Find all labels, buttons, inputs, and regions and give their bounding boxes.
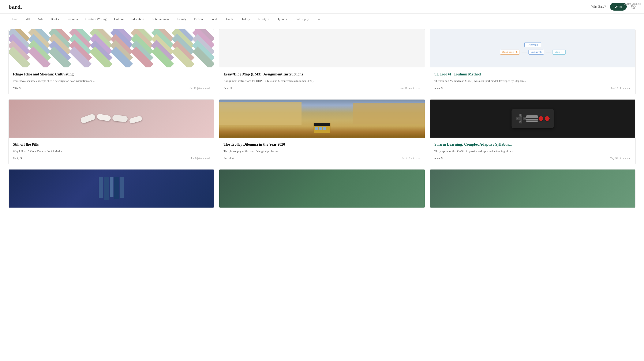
site-logo[interactable]: bard. [8,4,22,10]
article-date-trolley: Jun 2 | 5 min read [402,156,420,160]
article-image-7 [9,170,214,208]
article-author-pills: Philip O. [13,156,22,160]
nav-philosophy[interactable]: Philosophy [291,14,313,25]
article-image-sl-tool: Warrant (3) Data/Grounds (2) —— Qualifie… [430,30,635,68]
nav-health[interactable]: Health [221,14,237,25]
article-card-9[interactable] [430,169,636,208]
nav-education[interactable]: Education [128,14,148,25]
article-body-essay: Essay/Blog Map (EM3): Assignment Instruc… [219,68,424,94]
article-meta-essay: Jamie S. Jun 11 | 4 min read [224,87,420,90]
article-title-swarm: Swarm Learning: Complex Adaptive Syllabu… [434,142,631,147]
why-bard-link[interactable]: Why Bard? [592,5,606,8]
nav-opinion[interactable]: Opinion [273,14,291,25]
nav-arts[interactable]: Arts [34,14,47,25]
article-card-swarm[interactable]: D P S R [430,99,636,164]
article-excerpt-pills: Why I Haven't Gone Back to Social Media [13,149,210,153]
nav-creative-writing[interactable]: Creative Writing [82,14,110,25]
article-grid: Ichigo Ichie and Shoshin: Cultivating...… [8,29,636,208]
article-author-essay: Jamie S. [224,87,232,90]
article-title-pills: Still off the Pills [13,142,210,147]
article-body-trolley: The Trolley Dilemma in the Year 2020 The… [219,138,424,164]
article-image-9 [430,170,635,208]
article-image-8 [219,170,424,208]
article-meta-trolley: Rachel W. Jun 2 | 5 min read [224,156,420,160]
article-date-swarm: May 31 | 7 min read [610,156,631,160]
main-content: Ichigo Ichie and Shoshin: Cultivating...… [0,25,644,216]
nav-lifestyle[interactable]: Lifestyle [254,14,273,25]
article-image-essay [219,30,424,68]
article-meta-sl-tool: Jamie S. Jun 10 | 1 min read [434,87,631,90]
article-title-sl-tool: SL Tool #1: Toulmin Method [434,72,631,77]
nav-history[interactable]: History [237,14,254,25]
article-excerpt-sl-tool: The Toulmin Method (aka Model) was a six… [434,79,631,83]
article-meta-ichigo: Mike S. Jun 12 | 6 min read [13,87,210,90]
article-image-swarm: D P S R [430,100,635,138]
article-title-trolley: The Trolley Dilemma in the Year 2020 [224,142,420,147]
category-nav: Feed All Arts Books Business Creative Wr… [0,14,644,25]
article-author-swarm: Jamie S. [434,156,443,160]
article-date-sl-tool: Jun 10 | 1 min read [611,87,631,90]
article-card-7[interactable] [8,169,214,208]
nav-fiction[interactable]: Fiction [190,14,207,25]
nav-entertainment[interactable]: Entertainment [148,14,174,25]
article-title-ichigo: Ichigo Ichie and Shoshin: Cultivating... [13,72,210,77]
nav-po[interactable]: Po... [313,14,326,25]
article-excerpt-trolley: The philosophy of the world's biggest pr… [224,149,420,153]
nav-feed[interactable]: Feed [8,14,22,25]
article-date-pills: Jun 8 | 4 min read [191,156,210,160]
article-date-essay: Jun 11 | 4 min read [400,87,420,90]
article-image-pills [9,100,214,138]
article-card-ichigo[interactable]: Ichigo Ichie and Shoshin: Cultivating...… [8,29,214,94]
article-meta-pills: Philip O. Jun 8 | 4 min read [13,156,210,160]
article-card-pills[interactable]: Still off the Pills Why I Haven't Gone B… [8,99,214,164]
svg-point-0 [632,6,634,8]
nav-family[interactable]: Family [174,14,190,25]
article-meta-swarm: Jamie S. May 31 | 7 min read [434,156,631,160]
article-body-swarm: Swarm Learning: Complex Adaptive Syllabu… [430,138,635,164]
nav-books[interactable]: Books [47,14,62,25]
article-card-essay[interactable]: Essay/Blog Map (EM3): Assignment Instruc… [219,29,425,94]
article-image-ichigo [9,30,214,68]
article-excerpt-swarm: The purpose of this CAS is to provide a … [434,149,631,153]
article-excerpt-essay: Assignment instructions for HHP340 Tests… [224,79,420,83]
article-author-sl-tool: Jamie S. [434,87,443,90]
nav-food[interactable]: Food [207,14,221,25]
article-title-essay: Essay/Blog Map (EM3): Assignment Instruc… [224,72,420,77]
article-author-ichigo: Mike S. [13,87,21,90]
nav-all[interactable]: All [22,14,34,25]
article-card-sl-tool[interactable]: Warrant (3) Data/Grounds (2) —— Qualifie… [430,29,636,94]
article-body-sl-tool: SL Tool #1: Toulmin Method The Toulmin M… [430,68,635,94]
article-card-trolley[interactable]: The Trolley Dilemma in the Year 2020 The… [219,99,425,164]
article-card-8[interactable] [219,169,425,208]
nav-culture[interactable]: Culture [110,14,128,25]
site-header: bard. Why Bard? Write [0,0,644,14]
article-excerpt-ichigo: These two Japanese concepts shed a new l… [13,79,210,83]
article-date-ichigo: Jun 12 | 6 min read [190,87,210,90]
article-body-pills: Still off the Pills Why I Haven't Gone B… [9,138,214,164]
article-image-trolley [219,100,424,138]
article-body-ichigo: Ichigo Ichie and Shoshin: Cultivating...… [9,68,214,94]
nav-business[interactable]: Business [63,14,82,25]
article-author-trolley: Rachel W. [224,156,234,160]
